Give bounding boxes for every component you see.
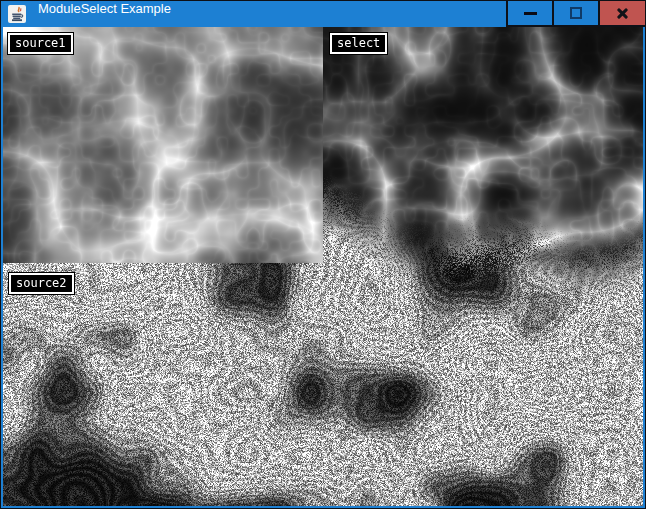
minimize-icon [524, 12, 537, 15]
java-coffee-cup-icon [8, 5, 26, 23]
render-area: source1 select source2 [3, 27, 643, 506]
maximize-icon [570, 7, 582, 19]
window-title: ModuleSelect Example [38, 1, 171, 27]
source2-label: source2 [9, 273, 74, 294]
source1-image-canvas [3, 27, 323, 263]
minimize-button[interactable] [506, 1, 552, 27]
close-button[interactable] [598, 1, 645, 27]
app-window: ModuleSelect Example source1 select sour… [0, 0, 646, 509]
maximize-button[interactable] [552, 1, 598, 27]
source1-label: source1 [8, 33, 73, 54]
window-controls [506, 1, 645, 27]
close-icon [615, 6, 630, 21]
title-bar[interactable]: ModuleSelect Example [1, 1, 645, 27]
source2-image-canvas [3, 263, 323, 506]
select-label: select [330, 33, 387, 54]
